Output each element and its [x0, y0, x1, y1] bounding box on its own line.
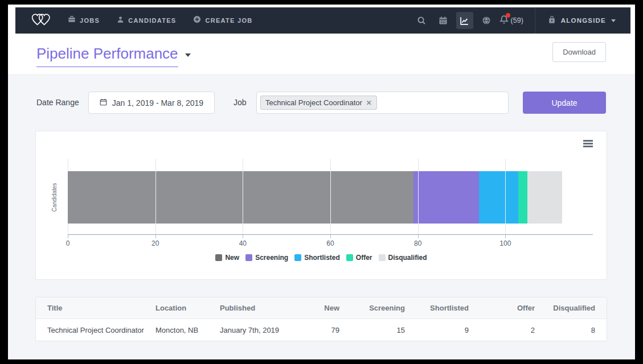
report-selector[interactable]: Pipeline Performance — [36, 45, 191, 67]
legend-swatch — [245, 254, 252, 261]
remove-tag-icon[interactable]: ✕ — [366, 100, 372, 106]
notification-dot — [506, 13, 510, 18]
table-header-row: TitleLocationPublishedNewScreeningShortl… — [36, 297, 607, 319]
table-header-cell: Title — [47, 304, 155, 312]
brand-logo[interactable] — [29, 11, 53, 30]
app-page: JOBS CANDIDATES CREATE JOB — [8, 5, 635, 359]
nav-left: JOBS CANDIDATES CREATE JOB — [15, 11, 270, 30]
table-cell: Technical Project Coordinator — [47, 326, 155, 334]
nav-item-jobs[interactable]: JOBS — [68, 15, 100, 26]
bar-segment-new[interactable] — [68, 171, 413, 224]
legend-swatch — [215, 254, 222, 261]
title-caret-icon — [185, 53, 191, 57]
calendar-small-icon — [100, 98, 107, 107]
top-navbar: JOBS CANDIDATES CREATE JOB — [15, 7, 630, 34]
account-menu[interactable]: ALONGSIDE — [535, 7, 630, 34]
hearts-logo-icon — [29, 11, 53, 30]
notification-count: (59) — [511, 16, 523, 24]
tick-label: 80 — [414, 239, 421, 247]
job-tag-label: Technical Project Coordinator — [265, 98, 362, 107]
job-select-input[interactable]: Technical Project Coordinator ✕ — [256, 92, 509, 114]
legend-label: Offer — [356, 254, 372, 262]
update-button[interactable]: Update — [523, 92, 606, 114]
chart-card: 020406080100 Candidates NewScreeningShor… — [35, 131, 607, 280]
table-body: Technical Project CoordinatorMoncton, NB… — [36, 319, 607, 341]
date-range-label: Date Range — [36, 98, 79, 107]
bar-segment-offer[interactable] — [518, 171, 527, 224]
person-icon — [117, 15, 124, 26]
table-header-cell: Disqualified — [535, 304, 595, 312]
x-axis-line — [68, 234, 593, 235]
bar-gridline — [243, 171, 243, 224]
tick-mark — [505, 235, 506, 238]
job-tag-chip: Technical Project Coordinator ✕ — [260, 96, 377, 110]
nav-item-candidates[interactable]: CANDIDATES — [117, 15, 176, 26]
globe-icon[interactable] — [478, 12, 495, 29]
bar-gridline — [155, 171, 156, 224]
analytics-icon[interactable] — [456, 12, 473, 29]
nav-item-create-job[interactable]: CREATE JOB — [193, 15, 252, 26]
table-cell: 8 — [535, 326, 595, 334]
bar-segment-shortlisted[interactable] — [479, 171, 518, 224]
briefcase-icon — [68, 15, 76, 26]
tick-mark — [418, 235, 419, 238]
table-cell: 9 — [405, 326, 469, 334]
date-range-input[interactable]: Jan 1, 2019 - Mar 8, 2019 — [88, 92, 215, 114]
tick-label: 20 — [151, 239, 159, 247]
nav-right: (59) ALONGSIDE — [413, 7, 630, 34]
tick-label: 60 — [326, 239, 334, 247]
plot-area: 020406080100 Candidates — [68, 159, 593, 235]
content-area: Date Range Jan 1, 2019 - Mar 8, 2019 Job… — [8, 75, 635, 359]
legend-label: Disqualified — [388, 254, 427, 262]
table-cell: 2 — [469, 326, 535, 334]
nav-item-label: CREATE JOB — [205, 17, 252, 24]
organization-icon — [548, 15, 556, 26]
tick-label: 100 — [499, 239, 511, 247]
legend-swatch — [346, 254, 353, 261]
account-label: ALONGSIDE — [561, 17, 606, 24]
tick-label: 40 — [239, 239, 247, 247]
legend-item-disqualified[interactable]: Disqualified — [379, 254, 427, 262]
notifications-bell[interactable]: (59) — [499, 15, 523, 27]
legend-item-new[interactable]: New — [215, 254, 239, 262]
bar-segment-disqualified[interactable] — [527, 171, 562, 224]
calendar-icon[interactable] — [435, 12, 452, 29]
legend-item-offer[interactable]: Offer — [346, 254, 372, 262]
tick-mark — [155, 235, 156, 238]
legend-item-shortlisted[interactable]: Shortlisted — [294, 254, 340, 262]
bar-segment-screening[interactable] — [413, 171, 479, 224]
nav-item-label: CANDIDATES — [128, 17, 176, 24]
tick-mark — [68, 235, 68, 238]
table-cell: January 7th, 2019 — [220, 326, 288, 334]
table-header-cell: Location — [155, 304, 220, 312]
table-header-cell: New — [288, 304, 339, 312]
date-range-value: Jan 1, 2019 - Mar 8, 2019 — [112, 98, 203, 107]
y-axis-label: Candidates — [51, 183, 58, 212]
legend-swatch — [379, 254, 386, 261]
chevron-down-icon — [611, 19, 616, 22]
search-icon[interactable] — [413, 12, 430, 29]
chart-menu-icon[interactable] — [583, 140, 593, 148]
table-cell: 15 — [339, 326, 405, 334]
table-header-cell: Published — [220, 304, 288, 312]
page-title: Pipeline Performance — [36, 45, 178, 67]
legend-label: Screening — [255, 254, 288, 262]
tick-mark — [243, 235, 243, 238]
plus-circle-icon — [193, 15, 201, 26]
job-label: Job — [234, 98, 247, 107]
tick-mark — [330, 235, 331, 238]
results-table: TitleLocationPublishedNewScreeningShortl… — [35, 297, 607, 341]
legend-swatch — [294, 254, 301, 261]
download-button[interactable]: Download — [552, 42, 606, 62]
filters-bar: Date Range Jan 1, 2019 - Mar 8, 2019 Job… — [8, 92, 635, 114]
stacked-bar[interactable] — [68, 171, 562, 224]
legend-item-screening[interactable]: Screening — [245, 254, 288, 262]
tick-label: 0 — [66, 239, 70, 247]
table-cell: Moncton, NB — [155, 326, 220, 334]
bar-gridline — [418, 171, 419, 224]
table-row: Technical Project CoordinatorMoncton, NB… — [36, 319, 607, 341]
table-header-cell: Shortlisted — [405, 304, 469, 312]
table-cell: 79 — [288, 326, 339, 334]
legend-label: Shortlisted — [304, 254, 340, 262]
table-header-cell: Screening — [339, 304, 405, 312]
